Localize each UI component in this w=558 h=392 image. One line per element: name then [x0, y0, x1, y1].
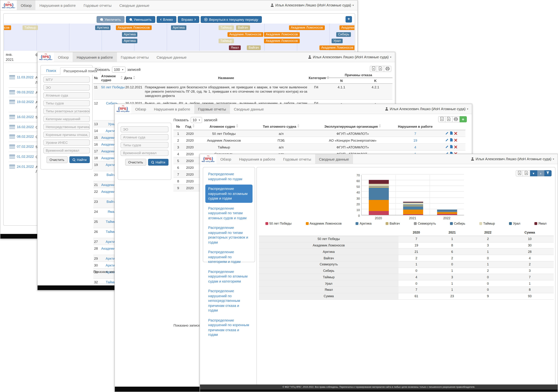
edit-icon[interactable] [445, 145, 448, 149]
delete-icon[interactable] [454, 138, 457, 142]
timeline-event-chip[interactable]: Академик [340, 25, 355, 30]
sidebar-item-5[interactable]: Распределение нарушений по категориям и … [205, 248, 253, 266]
user-menu[interactable]: Илья Алексеевич Ляшко (ИоН Атомные суда)… [471, 154, 558, 164]
nav-tab-2[interactable]: Нарушения в работе [73, 52, 117, 62]
nav-tab-2[interactable]: Нарушения в работе [35, 0, 80, 10]
export-excel-button[interactable]: x [370, 66, 377, 72]
clear-button[interactable]: Очистить [46, 156, 68, 163]
header-cell[interactable]: Эксплуатирующая организация [312, 123, 394, 130]
header-cell[interactable]: Тип атомного судна [251, 123, 312, 130]
timeline-event-chip[interactable]: Вайгач [236, 25, 250, 30]
timeline-event-chip[interactable]: Сибирь [336, 32, 351, 37]
event-date-link[interactable]: 07.02.2022 [17, 145, 34, 148]
clear-button[interactable]: Очистить [125, 159, 146, 166]
app-logo[interactable]: нтц (ЯРБ) ФБУ «НТЦ ЯРБ» [0, 0, 17, 10]
timeline-event-chip[interactable]: Академик Ломоносов [289, 25, 325, 30]
timeline-event-chip[interactable]: Таймыр [218, 39, 234, 43]
edit-icon[interactable] [445, 138, 448, 142]
filter-button[interactable] [544, 170, 552, 176]
delete-icon[interactable] [454, 131, 457, 135]
nav-tab-4[interactable]: Сводные данные [153, 52, 191, 62]
sidebar-item-4[interactable]: Распределение нарушений по типам реактор… [205, 224, 253, 246]
filter-select[interactable]: Временной интервал [43, 147, 90, 153]
filter-select[interactable]: Непосредственные причины отказа, с [43, 124, 90, 130]
export-pdf-button[interactable]: A [445, 116, 453, 122]
user-menu[interactable]: Илья Алексеевич Ляшко (ИоН Атомные суда)… [385, 104, 472, 114]
violations-count-link[interactable]: 4 [414, 145, 416, 149]
timeline-event-chip[interactable]: Таймыр [23, 25, 38, 30]
find-button[interactable]: Найти [70, 156, 90, 163]
export-pdf-button[interactable]: A [523, 170, 530, 176]
zoom-in-button[interactable]: Увеличить [96, 16, 124, 23]
return-current-period-button[interactable]: Вернуться к текущему периоду [201, 16, 262, 23]
timeline-event-chip[interactable]: Арктика [122, 39, 138, 43]
event-date-link[interactable]: 19.02.2022 [17, 100, 34, 104]
header-cell[interactable]: Год [183, 123, 197, 130]
next-button[interactable]: › [537, 170, 544, 176]
sidebar-item-8[interactable]: Распределение нарушений по коренным прич… [205, 316, 253, 339]
timeline-event-chip[interactable]: Академик Ломоносов [319, 45, 355, 50]
violations-count-link[interactable]: 19 [413, 138, 417, 142]
timeline-event-chip[interactable]: Арктика [171, 25, 187, 30]
timeline-event-chip[interactable]: Академик Ломоносов [264, 39, 300, 43]
find-button[interactable]: Найти [148, 159, 168, 166]
event-date-link[interactable]: 11.03.2022 [17, 75, 34, 79]
event-date-link[interactable]: 16.02.2022 [17, 125, 34, 129]
event-date-link[interactable]: 01.02.2022 [17, 155, 34, 158]
filter-select[interactable]: Типы судов [121, 142, 168, 148]
filter-select[interactable]: Уровни ИНЕС [43, 139, 90, 146]
nav-tab-3[interactable]: Годовые отчеты [79, 0, 115, 10]
tab-search[interactable]: Поиск [43, 67, 59, 74]
print-button[interactable] [384, 66, 391, 72]
timeline-event-chip[interactable]: Ямал [229, 45, 241, 50]
filter-select[interactable]: Атомные суда [121, 134, 168, 140]
filter-select[interactable]: Коренные причины отказа, ошибки п [43, 132, 90, 138]
filter-select[interactable]: Типы судов [43, 100, 90, 106]
sidebar-item-6[interactable]: Распределение нарушений по атомным судам… [205, 267, 253, 285]
add-button[interactable]: + [346, 16, 352, 23]
delete-icon[interactable] [454, 145, 457, 149]
app-logo[interactable]: нтц (ЯРБ) ФБУ «НТЦ ЯРБ» [38, 52, 54, 62]
app-logo[interactable]: нтц (ЯРБ) ФБУ «НТЦ ЯРБ» [200, 154, 216, 164]
collapse-button[interactable]: ▾ [530, 170, 537, 176]
timeline-event-chip[interactable]: Академик Ломоносов [227, 32, 263, 37]
timeline-event-chip[interactable]: Академик Ломоносов [116, 25, 151, 30]
nav-tab-1[interactable]: Обзор [216, 154, 235, 164]
violations-count-link[interactable]: 7 [414, 131, 416, 135]
export-pdf-button[interactable]: A [377, 66, 384, 72]
page-size-select[interactable]: 100▾ [112, 67, 125, 73]
page-size-select[interactable]: 10▾ [191, 117, 202, 123]
scroll-right-button[interactable]: Вправо› [178, 16, 200, 23]
user-menu[interactable]: Илья Алексеевич Ляшко (ИоН Атомные суда)… [308, 52, 395, 62]
zoom-out-button[interactable]: Уменьшить [126, 16, 155, 23]
filter-select[interactable]: Временной интервал [121, 150, 168, 156]
document-icon[interactable] [450, 145, 453, 149]
filter-select[interactable]: Атомные суда [43, 92, 90, 98]
col-date[interactable]: Дата [123, 72, 144, 83]
nav-tab-1[interactable]: Обзор [54, 52, 73, 62]
timeline-event-chip[interactable]: Арктика [95, 25, 111, 30]
add-report-button[interactable]: + [460, 116, 467, 122]
document-icon[interactable] [450, 138, 453, 142]
event-date-link[interactable]: 09.03.2022 [17, 90, 34, 94]
col-title[interactable]: Название [144, 72, 308, 83]
event-date-link[interactable]: 08.02.2022 [17, 135, 34, 139]
sidebar-item-2[interactable]: Распределение нарушений по атомным судам… [205, 184, 253, 203]
col-ship[interactable]: Атомное судно [101, 72, 123, 83]
sidebar-item-3[interactable]: Распределение нарушений по типам атомных… [205, 204, 253, 222]
document-icon[interactable] [450, 131, 453, 136]
nav-tab-3[interactable]: Годовые отчеты [279, 154, 315, 164]
col-category[interactable]: Категория [308, 72, 324, 83]
filter-select[interactable]: Типы реакторных установок [43, 108, 90, 114]
user-menu[interactable]: Илья Алексеевич Ляшко (ИоН Атомные суда)… [271, 0, 357, 10]
nav-tab-4[interactable]: Сводные данные [115, 0, 153, 10]
nav-tab-2[interactable]: Нарушения в работе [150, 104, 194, 114]
sidebar-item-1[interactable]: Распределение нарушений по годам [205, 170, 253, 183]
nav-tab-3[interactable]: Годовые отчеты [194, 104, 230, 114]
ship-link[interactable]: 50 лет Победы [101, 85, 125, 89]
timeline-event-chip[interactable]: Арктика [122, 32, 138, 37]
filter-select[interactable]: ЭО [43, 84, 90, 90]
print-button[interactable] [453, 116, 460, 122]
app-logo[interactable]: нтц (ЯРБ) ФБУ «НТЦ ЯРБ» [115, 104, 131, 114]
filter-select[interactable]: Категории нарушений [43, 116, 90, 122]
